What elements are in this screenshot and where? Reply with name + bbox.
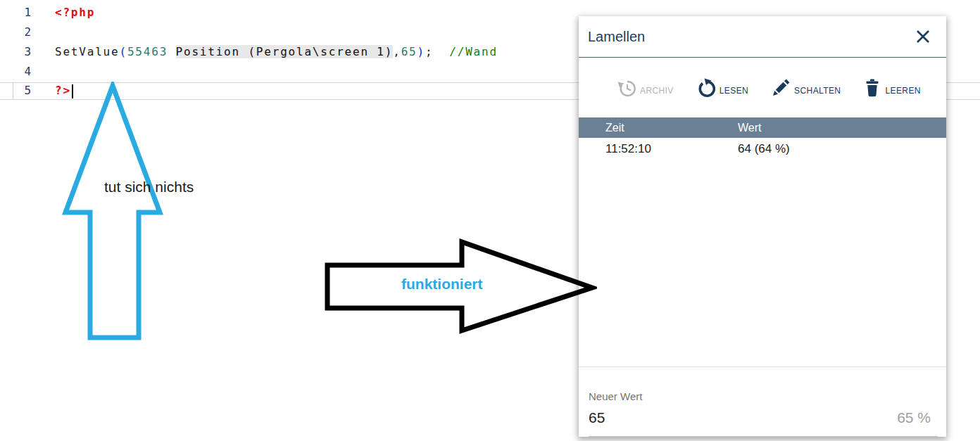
new-value-form: Neuer Wert 65 65 % <box>579 367 946 437</box>
line-number: 3 <box>21 43 32 61</box>
dialog-header: Lamellen <box>579 16 946 58</box>
code-segment-number: 65 <box>401 45 417 58</box>
line-number: 2 <box>21 23 32 41</box>
cell-value: 64 (64 %) <box>738 142 946 156</box>
toolbar-button-label: LESEN <box>720 86 748 96</box>
toolbar-button-label: ARCHIV <box>640 86 674 96</box>
close-icon <box>915 28 931 45</box>
up-arrow-label: tut sich nichts <box>104 179 194 196</box>
code-segment-plain: SetValue <box>55 45 119 58</box>
code-segment-number: 55463 <box>127 45 168 58</box>
code-text: SetValue(55463 Position (Pergola\screen … <box>55 43 498 61</box>
code-segment-plain <box>168 45 175 58</box>
code-segment-paren: ) <box>417 45 425 58</box>
code-segment-plain: ; <box>425 45 449 58</box>
refresh-icon <box>696 78 716 98</box>
table-header: ZeitWert <box>579 117 946 138</box>
trash-icon <box>863 78 881 98</box>
history-clock-icon <box>615 78 636 98</box>
code-segment-plain: , <box>393 45 401 58</box>
screenshot-stage: 1<?php23SetValue(55463 Position (Pergola… <box>0 0 980 441</box>
close-button[interactable] <box>914 27 932 46</box>
lamellen-dialog: Lamellen ARCHIV LESEN SCHALTEN LEEREN Ze… <box>579 16 946 437</box>
neuer-wert-input[interactable]: 65 <box>589 409 897 426</box>
table-row: 11:52:1064 (64 %) <box>579 138 946 160</box>
up-arrow-annotation <box>61 82 167 342</box>
right-arrow-label: funktioniert <box>401 276 483 293</box>
code-segment-php-tag: <?php <box>55 6 95 19</box>
dialog-toolbar: ARCHIV LESEN SCHALTEN LEEREN <box>579 58 946 117</box>
cell-time: 11:52:10 <box>579 142 738 156</box>
toolbar-button-archiv: ARCHIV <box>615 78 674 98</box>
new-value-unit: 65 % <box>897 409 931 426</box>
code-text: <?php <box>55 4 95 22</box>
toolbar-button-label: SCHALTEN <box>794 86 841 96</box>
toolbar-button-schalten[interactable]: SCHALTEN <box>771 78 841 98</box>
toolbar-button-label: LEEREN <box>885 86 920 96</box>
table-empty-space <box>579 160 946 366</box>
line-number: 5 <box>21 83 32 98</box>
column-header-wert: Wert <box>738 122 946 134</box>
toolbar-button-lesen[interactable]: LESEN <box>696 78 748 98</box>
toolbar-button-leeren[interactable]: LEEREN <box>863 78 920 98</box>
pencil-icon <box>771 78 791 98</box>
line-number: 4 <box>21 63 32 81</box>
code-segment-comment: //Wand <box>449 45 498 58</box>
code-segment-highlight: Position (Pergola\screen 1) <box>176 45 394 58</box>
dialog-title: Lamellen <box>588 29 645 45</box>
line-number: 1 <box>21 4 32 22</box>
column-header-zeit: Zeit <box>579 122 738 134</box>
new-value-label: Neuer Wert <box>589 390 938 402</box>
new-value-input-line: 65 65 % <box>589 409 938 437</box>
code-segment-paren: ( <box>119 45 127 58</box>
